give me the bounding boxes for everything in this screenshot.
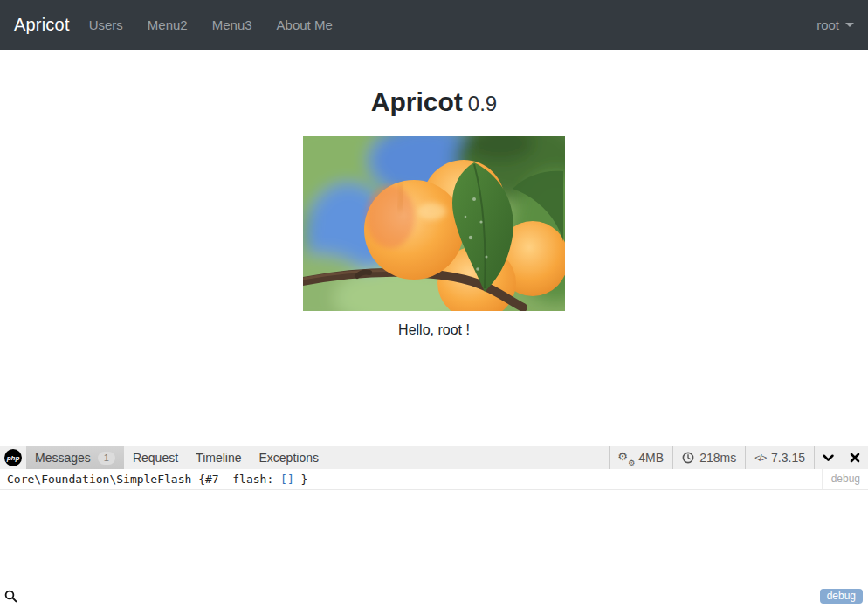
version-label: 0.9 (468, 92, 497, 115)
gears-icon: ⚙⚙ (618, 451, 633, 465)
greeting-text: Hello, root ! (0, 322, 868, 338)
request-duration: 218ms (672, 446, 745, 469)
memory-usage-value: 4MB (638, 451, 664, 465)
close-icon (850, 453, 860, 463)
page: Apricot Users Menu2 Menu3 About Me root … (0, 0, 868, 608)
main-content: Apricot0.9 (0, 87, 868, 338)
tab-messages-label: Messages (35, 451, 91, 465)
user-dropdown-label: root (816, 17, 839, 32)
php-version: </> 7.3.15 (745, 446, 814, 469)
php-logo-icon[interactable]: php (4, 449, 22, 466)
clock-icon (682, 452, 694, 464)
tab-exceptions-label: Exceptions (258, 451, 318, 465)
message-array-value: [] (280, 473, 294, 486)
nav-item-menu3[interactable]: Menu3 (200, 0, 265, 50)
code-icon: </> (754, 453, 766, 463)
brand-link[interactable]: Apricot (14, 15, 70, 35)
message-level-label: debug (822, 469, 868, 489)
navbar: Apricot Users Menu2 Menu3 About Me root (0, 0, 868, 50)
tab-request-label: Request (133, 451, 178, 465)
tab-timeline[interactable]: Timeline (187, 446, 250, 469)
tab-exceptions[interactable]: Exceptions (250, 446, 327, 469)
page-title-text: Apricot (371, 87, 463, 116)
search-icon[interactable] (4, 590, 17, 603)
memory-usage: ⚙⚙ 4MB (609, 446, 672, 469)
message-row[interactable]: Core\Foundation\SimpleFlash {#7 -flash: … (0, 469, 868, 490)
debugbar-controls (814, 446, 868, 469)
page-title: Apricot0.9 (0, 87, 868, 117)
filter-debug-button[interactable]: debug (820, 589, 863, 604)
user-dropdown[interactable]: root (816, 17, 854, 32)
tab-timeline-label: Timeline (196, 451, 241, 465)
request-duration-value: 218ms (699, 451, 736, 465)
messages-toolbar: debug (4, 589, 863, 604)
nav-links: Users Menu2 Menu3 About Me (77, 0, 345, 50)
message-text: Core\Foundation\SimpleFlash {#7 -flash: … (7, 473, 307, 486)
debugbar: php Messages 1 Request Timeline Exceptio… (0, 446, 868, 608)
close-button[interactable] (842, 446, 868, 469)
messages-count-badge: 1 (98, 452, 115, 465)
tab-messages[interactable]: Messages 1 (26, 446, 124, 469)
debugbar-header: php Messages 1 Request Timeline Exceptio… (0, 446, 868, 469)
nav-item-users[interactable]: Users (77, 0, 135, 50)
chevron-down-icon (823, 453, 834, 464)
nav-item-menu2[interactable]: Menu2 (135, 0, 200, 50)
apricot-photo (303, 136, 565, 311)
debugbar-meta: ⚙⚙ 4MB 218ms </> 7.3.15 (609, 446, 868, 469)
php-version-value: 7.3.15 (771, 451, 805, 465)
caret-down-icon (845, 23, 854, 27)
tab-request[interactable]: Request (124, 446, 187, 469)
minimize-button[interactable] (815, 446, 842, 469)
nav-item-about-me[interactable]: About Me (265, 0, 345, 50)
